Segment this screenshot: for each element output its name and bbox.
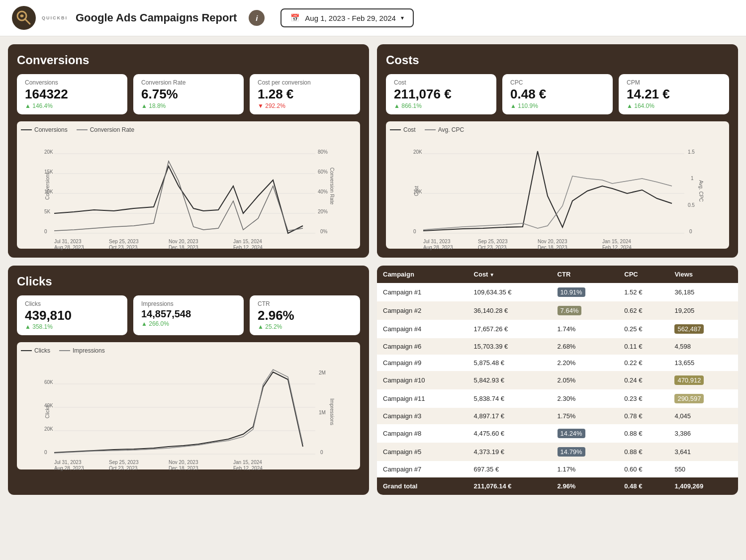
table-row: Campaign #3 4,897.17 € 1.75% 0.78 € 4,04… [377,408,738,424]
clicks-kpi-row: Clicks 439,810 358.1% Impressions 14,857… [17,295,360,336]
legend-clicks: Clicks [21,347,50,354]
col-views[interactable]: Views [668,266,738,283]
cell-views: 470,912 [668,371,738,389]
campaign-table-panel: Campaign Cost CTR CPC Views Campaign #1 … [377,266,738,495]
cell-views: 36,185 [668,283,738,301]
cell-ctr: 2.05% [552,371,619,389]
clicks-title: Clicks [17,275,360,288]
conversions-kpi-label-0: Conversions [25,79,119,86]
conversions-title: Conversions [17,53,360,67]
cell-campaign: Campaign #11 [377,389,468,408]
cell-cost: 697.35 € [468,461,552,477]
cell-cpc: 0.11 € [618,338,668,355]
cell-ctr: 2.68% [552,338,619,355]
clicks-kpi-change-0: 358.1% [25,323,119,330]
clicks-kpi-label-1: Impressions [141,300,236,307]
cell-ctr: 1.74% [552,320,619,338]
legend-label-conversion-rate: Conversion Rate [90,126,134,133]
conversions-kpi-value-2: 1.28 € [258,87,352,101]
legend-label-avg-cpc: Avg. CPC [438,126,464,133]
cell-ctr: 7.64% [552,301,619,320]
main-grid: Conversions Conversions 164322 146.4% Co… [0,36,746,503]
table-row: Campaign #4 17,657.26 € 1.74% 0.25 € 562… [377,320,738,338]
cell-campaign: Campaign #1 [377,283,468,301]
costs-kpi-change-2: 164.0% [627,102,721,109]
cell-campaign: Campaign #5 [377,443,468,461]
cell-views: 562,487 [668,320,738,338]
svg-text:Feb 12, 2024: Feb 12, 2024 [602,245,632,250]
conversions-kpi-row: Conversions 164322 146.4% Conversion Rat… [17,74,360,114]
clicks-kpi-value-2: 2.96% [258,308,352,323]
cell-cost: 5,842.93 € [468,371,552,389]
svg-text:60K: 60K [44,379,53,385]
clicks-kpi-change-1: 266.0% [141,320,236,327]
cell-views: 3,386 [668,424,738,443]
conversions-panel: Conversions Conversions 164322 146.4% Co… [8,44,369,258]
svg-text:Nov 20, 2023: Nov 20, 2023 [169,460,198,465]
svg-text:1M: 1M [319,410,326,415]
svg-text:5K: 5K [44,209,51,214]
costs-kpi-change-1: 110.9% [510,102,605,109]
dropdown-icon: ▾ [401,14,404,21]
logo-icon [12,6,36,30]
date-range-label: Aug 1, 2023 - Feb 29, 2024 [305,14,396,22]
svg-text:Feb 12, 2024: Feb 12, 2024 [233,466,263,471]
conversions-chart-area: Conversions Conversion Rate 0 5K 10K 15K… [17,121,360,249]
cell-cost: 4,373.19 € [468,443,552,461]
col-ctr[interactable]: CTR [552,266,619,283]
costs-kpi-label-2: CPM [627,79,721,86]
conversions-kpi-value-0: 164322 [25,87,119,101]
conversions-chart-legend: Conversions Conversion Rate [21,126,356,133]
col-cpc[interactable]: CPC [618,266,668,283]
svg-text:Jan 15, 2024: Jan 15, 2024 [233,239,262,244]
legend-line-conversions [21,129,32,130]
col-cost[interactable]: Cost [468,266,552,283]
cell-campaign: Campaign #6 [377,338,468,355]
svg-text:Nov 20, 2023: Nov 20, 2023 [538,239,567,244]
legend-line-conversion-rate [77,129,88,130]
svg-text:Dec 18, 2023: Dec 18, 2023 [169,466,198,471]
cell-views: 19,205 [668,301,738,320]
svg-text:Avg. CPC: Avg. CPC [698,180,704,202]
logo-label: QUICKBI [42,15,68,20]
costs-chart-area: Cost Avg. CPC 0 10K 20K Cost 0 0.5 1 [386,121,729,249]
legend-conversion-rate: Conversion Rate [77,126,134,133]
svg-text:Aug 28, 2023: Aug 28, 2023 [423,245,453,250]
cell-ctr: 2.20% [552,355,619,371]
clicks-kpi-value-0: 439,810 [25,308,119,323]
legend-line-clicks [21,350,32,351]
cell-ctr: 14.79% [552,443,619,461]
table-row: Campaign #11 5,838.74 € 2.30% 0.23 € 290… [377,389,738,408]
footer-label: Grand total [377,477,468,495]
cell-cost: 17,657.26 € [468,320,552,338]
date-range-button[interactable]: 📅 Aug 1, 2023 - Feb 29, 2024 ▾ [280,8,414,27]
cell-ctr: 1.75% [552,408,619,424]
svg-text:Dec 18, 2023: Dec 18, 2023 [169,245,198,250]
legend-impressions: Impressions [59,347,105,354]
costs-kpi-value-0: 211,076 € [394,87,488,101]
cell-cpc: 0.25 € [618,320,668,338]
table-row: Campaign #10 5,842.93 € 2.05% 0.24 € 470… [377,371,738,389]
svg-text:Feb 12, 2024: Feb 12, 2024 [233,245,263,250]
conversions-kpi-label-1: Conversion Rate [141,79,236,86]
cell-cost: 36,140.28 € [468,301,552,320]
col-campaign[interactable]: Campaign [377,266,468,283]
table-row: Campaign #1 109,634.35 € 10.91% 1.52 € 3… [377,283,738,301]
svg-text:Jul 31, 2023: Jul 31, 2023 [423,239,451,244]
legend-label-cost: Cost [403,126,416,133]
svg-text:0%: 0% [320,229,328,234]
cell-cpc: 0.22 € [618,355,668,371]
conversions-kpi-change-2: 292.2% [258,102,352,109]
costs-kpi-value-1: 0.48 € [510,87,605,101]
footer-ctr: 2.96% [552,477,619,495]
cell-cost: 4,475.60 € [468,424,552,443]
svg-text:60%: 60% [318,169,328,175]
cell-campaign: Campaign #4 [377,320,468,338]
conversions-kpi-value-1: 6.75% [141,87,236,101]
table-row: Campaign #9 5,875.48 € 2.20% 0.22 € 13,6… [377,355,738,371]
svg-text:Dec 18, 2023: Dec 18, 2023 [538,245,567,250]
info-button[interactable]: i [249,10,265,26]
svg-text:0.5: 0.5 [688,202,695,208]
svg-text:Clicks: Clicks [45,405,50,419]
svg-text:20%: 20% [318,209,328,214]
